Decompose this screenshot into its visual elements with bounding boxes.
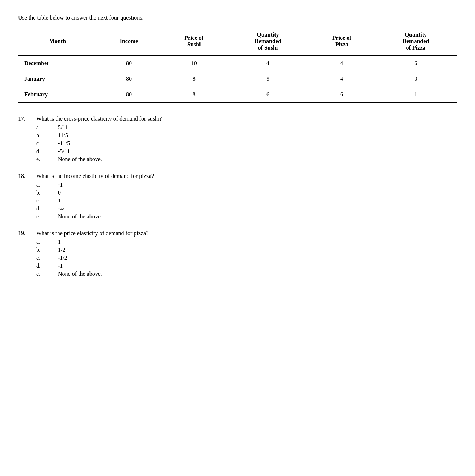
option-letter-17-1: b. bbox=[36, 132, 58, 139]
option-letter-17-0: a. bbox=[36, 124, 58, 131]
option-text-17-2: -11/5 bbox=[58, 140, 70, 147]
cell-qty-sushi: 6 bbox=[227, 87, 309, 103]
option-row-18-1: b.0 bbox=[36, 189, 457, 196]
option-row-19-2: c.-1/2 bbox=[36, 255, 457, 261]
option-text-19-2: -1/2 bbox=[58, 255, 67, 261]
option-text-17-1: 11/5 bbox=[58, 132, 68, 139]
option-row-19-1: b.1/2 bbox=[36, 247, 457, 253]
cell-month: February bbox=[18, 87, 97, 103]
question-text-17: What is the cross-price elasticity of de… bbox=[36, 116, 162, 122]
option-row-18-0: a.-1 bbox=[36, 181, 457, 188]
cell-month: December bbox=[18, 56, 97, 71]
option-letter-19-4: e. bbox=[36, 271, 58, 277]
question-number-18: 18. bbox=[18, 173, 36, 179]
option-row-19-0: a.1 bbox=[36, 239, 457, 245]
cell-price-sushi: 10 bbox=[161, 56, 227, 71]
option-text-18-2: 1 bbox=[58, 197, 61, 204]
option-letter-17-3: d. bbox=[36, 148, 58, 155]
cell-income: 80 bbox=[97, 56, 161, 71]
cell-qty-pizza: 3 bbox=[375, 71, 457, 87]
question-number-17: 17. bbox=[18, 116, 36, 122]
option-letter-18-3: d. bbox=[36, 205, 58, 212]
col-header-price-pizza: Price ofPizza bbox=[309, 27, 375, 56]
col-header-month: Month bbox=[18, 27, 97, 56]
option-text-18-4: None of the above. bbox=[58, 213, 102, 220]
cell-qty-sushi: 4 bbox=[227, 56, 309, 71]
cell-price-pizza: 4 bbox=[309, 71, 375, 87]
question-number-19: 19. bbox=[18, 230, 36, 237]
options-container-18: a.-1b.0c.1d.-∞e.None of the above. bbox=[36, 181, 457, 220]
option-text-17-4: None of the above. bbox=[58, 156, 102, 163]
cell-month: January bbox=[18, 71, 97, 87]
option-row-17-0: a.5/11 bbox=[36, 124, 457, 131]
question-block-19: 19.What is the price elasticity of deman… bbox=[18, 230, 457, 277]
option-row-19-3: d.-1 bbox=[36, 263, 457, 269]
table-row: December8010446 bbox=[18, 56, 457, 71]
option-row-19-4: e.None of the above. bbox=[36, 271, 457, 277]
option-row-17-3: d.-5/11 bbox=[36, 148, 457, 155]
cell-income: 80 bbox=[97, 87, 161, 103]
option-text-19-3: -1 bbox=[58, 263, 63, 269]
intro-text: Use the table below to answer the next f… bbox=[18, 14, 457, 21]
option-text-19-0: 1 bbox=[58, 239, 61, 245]
option-row-17-2: c.-11/5 bbox=[36, 140, 457, 147]
question-text-19: What is the price elasticity of demand f… bbox=[36, 230, 148, 237]
option-letter-19-2: c. bbox=[36, 255, 58, 261]
option-letter-19-0: a. bbox=[36, 239, 58, 245]
col-header-income: Income bbox=[97, 27, 161, 56]
cell-price-sushi: 8 bbox=[161, 71, 227, 87]
option-row-18-2: c.1 bbox=[36, 197, 457, 204]
col-header-qty-sushi: QuantityDemandedof Sushi bbox=[227, 27, 309, 56]
table-row: February808661 bbox=[18, 87, 457, 103]
col-header-price-sushi: Price ofSushi bbox=[161, 27, 227, 56]
option-letter-17-4: e. bbox=[36, 156, 58, 163]
option-row-18-4: e.None of the above. bbox=[36, 213, 457, 220]
option-letter-19-1: b. bbox=[36, 247, 58, 253]
option-letter-18-2: c. bbox=[36, 197, 58, 204]
option-letter-18-4: e. bbox=[36, 213, 58, 220]
option-text-19-1: 1/2 bbox=[58, 247, 65, 253]
option-letter-17-2: c. bbox=[36, 140, 58, 147]
cell-qty-pizza: 1 bbox=[375, 87, 457, 103]
option-row-18-3: d.-∞ bbox=[36, 205, 457, 212]
option-text-17-3: -5/11 bbox=[58, 148, 70, 155]
cell-qty-pizza: 6 bbox=[375, 56, 457, 71]
data-table: Month Income Price ofSushi QuantityDeman… bbox=[18, 27, 457, 103]
option-text-17-0: 5/11 bbox=[58, 124, 68, 131]
question-block-17: 17.What is the cross-price elasticity of… bbox=[18, 116, 457, 163]
options-container-19: a.1b.1/2c.-1/2d.-1e.None of the above. bbox=[36, 239, 457, 277]
option-text-18-3: -∞ bbox=[58, 205, 64, 212]
option-text-18-0: -1 bbox=[58, 181, 63, 188]
option-letter-18-0: a. bbox=[36, 181, 58, 188]
question-block-18: 18.What is the income elasticity of dema… bbox=[18, 173, 457, 220]
option-letter-18-1: b. bbox=[36, 189, 58, 196]
cell-price-pizza: 4 bbox=[309, 56, 375, 71]
option-row-17-4: e.None of the above. bbox=[36, 156, 457, 163]
option-text-19-4: None of the above. bbox=[58, 271, 102, 277]
col-header-qty-pizza: QuantityDemandedof Pizza bbox=[375, 27, 457, 56]
option-row-17-1: b.11/5 bbox=[36, 132, 457, 139]
cell-qty-sushi: 5 bbox=[227, 71, 309, 87]
cell-price-pizza: 6 bbox=[309, 87, 375, 103]
cell-income: 80 bbox=[97, 71, 161, 87]
option-letter-19-3: d. bbox=[36, 263, 58, 269]
option-text-18-1: 0 bbox=[58, 189, 61, 196]
table-row: January808543 bbox=[18, 71, 457, 87]
options-container-17: a.5/11b.11/5c.-11/5d.-5/11e.None of the … bbox=[36, 124, 457, 163]
cell-price-sushi: 8 bbox=[161, 87, 227, 103]
question-text-18: What is the income elasticity of demand … bbox=[36, 173, 154, 179]
